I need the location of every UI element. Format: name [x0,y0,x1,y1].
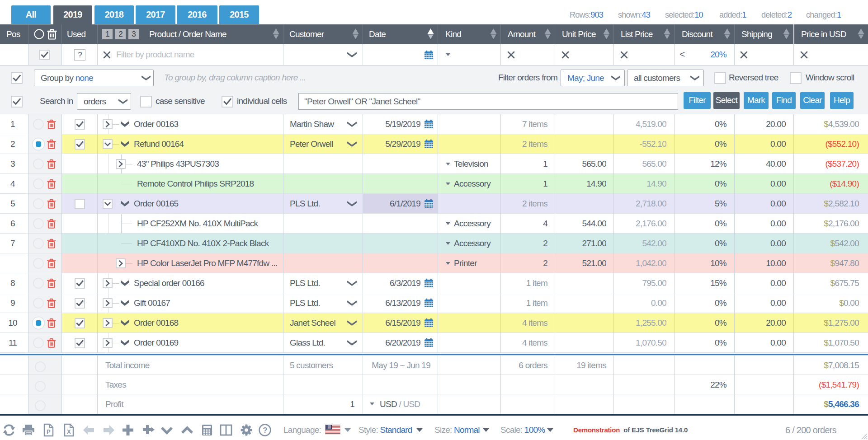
svg-text:X: X [67,428,71,435]
svg-text:P: P [47,428,51,435]
svg-text:?: ? [263,426,267,434]
